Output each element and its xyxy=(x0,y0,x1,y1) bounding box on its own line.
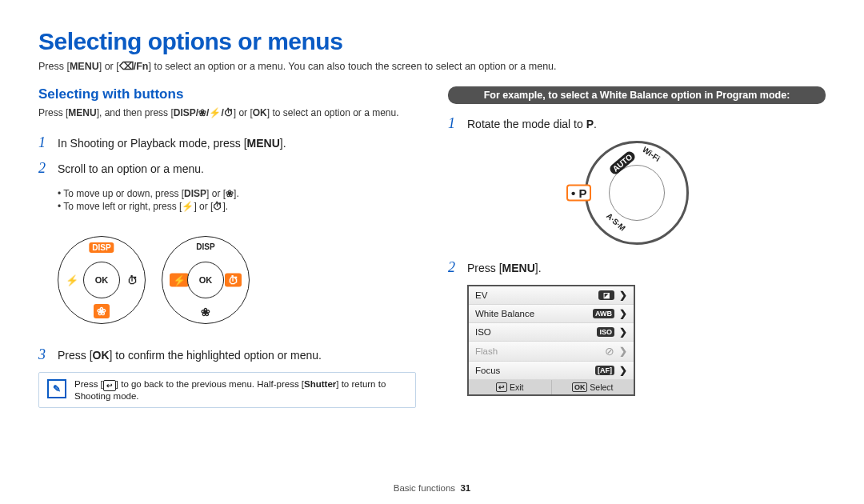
menu-row[interactable]: Focus [AF]❯ xyxy=(469,362,634,380)
back-icon: ↩ xyxy=(103,380,116,391)
menu-row[interactable]: White Balance AWB❯ xyxy=(469,305,634,323)
ev-icon: ◪ xyxy=(598,290,614,300)
menu-row-label: Focus xyxy=(475,366,500,375)
menu-footer-exit[interactable]: ↩ Exit xyxy=(469,380,552,394)
sub-intro: Press [MENU], and then press [DISP/❀/⚡/⏱… xyxy=(38,106,416,120)
nav-wheel-vertical: DISP ❀ ⚡ ⏱ OK xyxy=(58,236,146,324)
disp-icon: DISP xyxy=(89,242,114,253)
menu-screenshot: EV ◪❯ White Balance AWB❯ ISO ISO❯ Flash … xyxy=(467,285,635,396)
step-text: In Shooting or Playback mode, press [MEN… xyxy=(58,135,286,152)
mode-dial: P AUTO Wi-Fi A·S·M xyxy=(585,141,689,245)
subheading: Selecting with buttons xyxy=(38,86,416,102)
disp-icon: DISP xyxy=(196,242,214,251)
sub-bullet: To move left or right, press [⚡] or [⏱]. xyxy=(58,201,416,212)
example-bar: For example, to select a White Balance o… xyxy=(448,86,826,104)
timer-icon: ⏱ xyxy=(127,274,138,286)
step-text: Press [MENU]. xyxy=(467,260,542,277)
menu-row[interactable]: ISO ISO❯ xyxy=(469,323,634,342)
step-number: 1 xyxy=(448,115,459,132)
flash-icon: ⚡ xyxy=(66,274,78,286)
ok-icon: OK xyxy=(572,382,588,392)
fn-button-label: ⌫/Fn xyxy=(119,60,149,72)
chevron-right-icon: ❯ xyxy=(619,346,627,357)
flash-icon: ⚡ xyxy=(170,274,189,287)
page-title: Selecting options or menus xyxy=(38,28,826,55)
af-icon: [AF] xyxy=(595,366,614,375)
menu-footer-select[interactable]: OK Select xyxy=(552,380,634,394)
mode-p-icon: P xyxy=(566,185,591,202)
ok-button: OK xyxy=(187,262,224,298)
flash-off-icon: ⊘ xyxy=(605,345,614,358)
page-footer: Basic functions 31 xyxy=(0,483,864,493)
menu-row-label: ISO xyxy=(475,327,491,337)
ok-button: OK xyxy=(83,262,120,298)
menu-row: Flash ⊘❯ xyxy=(469,342,634,362)
step-number: 2 xyxy=(38,160,50,177)
sub-bullet: To move up or down, press [DISP] or [❀]. xyxy=(58,188,416,199)
step-text: Scroll to an option or a menu. xyxy=(58,161,204,178)
step-number: 2 xyxy=(448,259,459,276)
chevron-right-icon: ❯ xyxy=(619,308,627,319)
note-box: ✎ Press [↩] to go back to the previous m… xyxy=(38,372,416,408)
intro-text: Press [MENU] or [⌫/Fn] to select an opti… xyxy=(38,60,826,72)
left-column: Selecting with buttons Press [MENU], and… xyxy=(38,86,416,408)
step-text: Rotate the mode dial to P. xyxy=(467,116,597,133)
right-column: For example, to select a White Balance o… xyxy=(448,86,826,408)
note-icon: ✎ xyxy=(47,379,66,398)
menu-row-label: White Balance xyxy=(475,309,534,318)
chevron-right-icon: ❯ xyxy=(619,326,627,338)
chevron-right-icon: ❯ xyxy=(619,290,627,301)
step-number: 3 xyxy=(38,346,50,363)
timer-icon: ⏱ xyxy=(225,274,242,287)
mode-wifi-label: Wi-Fi xyxy=(641,145,662,163)
awb-icon: AWB xyxy=(593,309,614,318)
step-number: 1 xyxy=(38,134,50,151)
macro-icon: ❀ xyxy=(201,306,210,318)
menu-row[interactable]: EV ◪❯ xyxy=(469,286,634,305)
iso-icon: ISO xyxy=(597,327,614,337)
macro-icon: ❀ xyxy=(94,304,110,318)
menu-button-label: MENU xyxy=(70,61,99,72)
nav-wheel-horizontal: DISP ❀ ⚡ ⏱ OK xyxy=(162,236,250,324)
menu-row-label: EV xyxy=(475,290,487,300)
chevron-right-icon: ❯ xyxy=(619,365,627,376)
step-text: Press [OK] to confirm the highlighted op… xyxy=(58,347,322,364)
menu-row-label: Flash xyxy=(475,346,498,356)
back-icon: ↩ xyxy=(496,382,507,392)
